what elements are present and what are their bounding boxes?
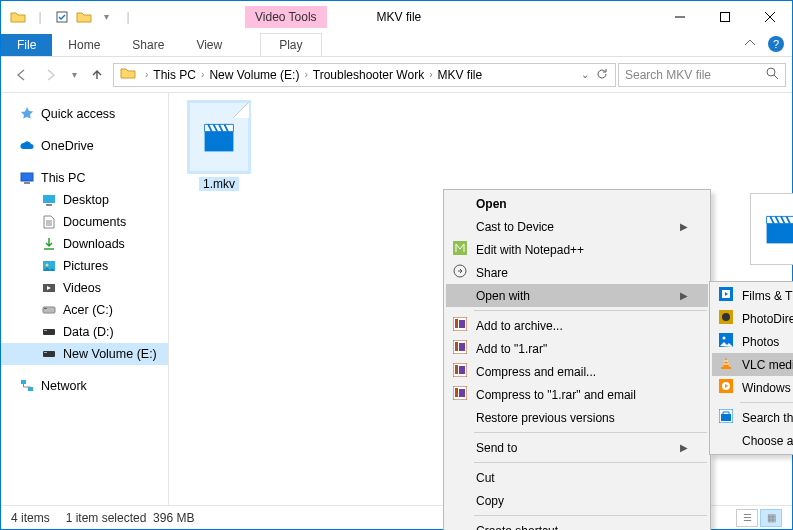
npp-icon	[451, 241, 469, 258]
context-menu-item-create-shortcut[interactable]: Create shortcut	[446, 519, 708, 530]
nav-item-documents[interactable]: Documents	[1, 211, 168, 233]
chevron-right-icon[interactable]: ›	[429, 69, 432, 80]
ribbon-expand-icon[interactable]	[736, 33, 764, 56]
context-menu-item-copy[interactable]: Copy	[446, 489, 708, 512]
qat-folder-icon[interactable]	[73, 6, 95, 28]
store-icon	[717, 409, 735, 426]
context-menu-item-compress-to-1-rar-and-email[interactable]: Compress to "1.rar" and email	[446, 383, 708, 406]
crumb-folder2[interactable]: MKV file	[437, 68, 482, 82]
search-placeholder: Search MKV file	[625, 68, 711, 82]
context-menu-item-cut[interactable]: Cut	[446, 466, 708, 489]
chevron-right-icon[interactable]: ›	[201, 69, 204, 80]
nav-item-videos[interactable]: Videos	[1, 277, 168, 299]
context-menu-item-add-to-archive-[interactable]: Add to archive...	[446, 314, 708, 337]
svg-rect-18	[43, 351, 55, 357]
search-icon[interactable]	[765, 66, 779, 83]
nav-item-label: Pictures	[63, 259, 108, 273]
history-dropdown-icon[interactable]: ⌄	[581, 69, 589, 80]
menu-item-label: Windows Media Player	[742, 381, 793, 395]
context-menu-item-open-with[interactable]: Open with▶	[446, 284, 708, 307]
nav-quick-access[interactable]: Quick access	[1, 103, 168, 125]
forward-button[interactable]	[37, 61, 65, 89]
pc-icon	[19, 170, 35, 186]
nav-item-new-volume-e-[interactable]: New Volume (E:)	[1, 343, 168, 365]
window-controls	[657, 1, 792, 32]
nav-item-icon	[41, 324, 57, 340]
close-button[interactable]	[747, 1, 792, 32]
back-button[interactable]	[7, 61, 35, 89]
svg-rect-19	[44, 352, 47, 353]
context-menu-item-restore-previous-versions[interactable]: Restore previous versions	[446, 406, 708, 429]
rar-icon	[451, 386, 469, 403]
nav-item-pictures[interactable]: Pictures	[1, 255, 168, 277]
nav-thispc[interactable]: This PC	[1, 167, 168, 189]
wmp-icon	[717, 379, 735, 396]
nav-item-label: New Volume (E:)	[63, 347, 157, 361]
menu-item-label: Open with	[476, 289, 530, 303]
content-area[interactable]: 1.mkv OpenCast to Device▶Edit with Notep…	[169, 93, 792, 505]
qat-check-icon[interactable]	[51, 6, 73, 28]
help-icon[interactable]: ?	[768, 36, 784, 52]
tab-play[interactable]: Play	[260, 33, 321, 56]
nav-item-downloads[interactable]: Downloads	[1, 233, 168, 255]
file-item[interactable]: 1.mkv	[177, 101, 261, 191]
tab-home[interactable]: Home	[52, 34, 116, 56]
svg-line-6	[774, 75, 778, 79]
openwith-item-vlc-media-player[interactable]: VLC media player	[712, 353, 793, 376]
openwith-item-windows-media-player[interactable]: Windows Media Player	[712, 376, 793, 399]
recent-button[interactable]: ▾	[67, 61, 81, 89]
nav-network[interactable]: Network	[1, 375, 168, 397]
context-menu-item-share[interactable]: Share	[446, 261, 708, 284]
refresh-icon[interactable]	[595, 67, 609, 83]
menu-item-label: Open	[476, 197, 507, 211]
chevron-right-icon[interactable]: ›	[145, 69, 148, 80]
context-menu-item-edit-with-notepad-[interactable]: Edit with Notepad++	[446, 238, 708, 261]
minimize-button[interactable]	[657, 1, 702, 32]
context-menu-item-compress-and-email-[interactable]: Compress and email...	[446, 360, 708, 383]
openwith-item-search-the-store[interactable]: Search the Store	[712, 406, 793, 429]
up-button[interactable]	[83, 61, 111, 89]
svg-rect-14	[43, 307, 55, 313]
tab-file[interactable]: File	[1, 34, 52, 56]
nav-item-desktop[interactable]: Desktop	[1, 189, 168, 211]
qat-overflow-icon[interactable]: ▾	[95, 6, 117, 28]
context-menu-item-open[interactable]: Open	[446, 192, 708, 215]
chevron-right-icon[interactable]: ›	[304, 69, 307, 80]
context-menu-item-cast-to-device[interactable]: Cast to Device▶	[446, 215, 708, 238]
file-item[interactable]	[739, 193, 793, 269]
nav-item-data-d-[interactable]: Data (D:)	[1, 321, 168, 343]
body: Quick access OneDrive This PC DesktopDoc…	[1, 93, 792, 505]
address-bar: ▾ › This PC › New Volume (E:) › Troubles…	[1, 57, 792, 93]
nav-onedrive[interactable]: OneDrive	[1, 135, 168, 157]
context-menu: OpenCast to Device▶Edit with Notepad++Sh…	[443, 189, 711, 530]
context-menu-item-send-to[interactable]: Send to▶	[446, 436, 708, 459]
icons-view-button[interactable]: ▦	[760, 509, 782, 527]
menu-item-label: Films & TV	[742, 289, 793, 303]
crumb-drive[interactable]: New Volume (E:)	[209, 68, 299, 82]
tab-view[interactable]: View	[180, 34, 238, 56]
tab-share[interactable]: Share	[116, 34, 180, 56]
openwith-item-photos[interactable]: Photos	[712, 330, 793, 353]
file-name: 1.mkv	[199, 177, 239, 191]
openwith-item-choose-another-app[interactable]: Choose another app	[712, 429, 793, 452]
crumb-folder1[interactable]: Troubleshooter Work	[313, 68, 424, 82]
svg-point-12	[46, 264, 49, 267]
qat-separator-icon: |	[29, 6, 51, 28]
context-menu-item-add-to-1-rar-[interactable]: Add to "1.rar"	[446, 337, 708, 360]
nav-item-acer-c-[interactable]: Acer (C:)	[1, 299, 168, 321]
chevron-right-icon: ▶	[650, 221, 688, 232]
search-input[interactable]: Search MKV file	[618, 63, 786, 87]
details-view-button[interactable]: ☰	[736, 509, 758, 527]
breadcrumb[interactable]: › This PC › New Volume (E:) › Troublesho…	[113, 63, 616, 87]
maximize-button[interactable]	[702, 1, 747, 32]
svg-rect-2	[720, 12, 729, 21]
openwith-item-photodirector-for-acer[interactable]: PhotoDirector for acer	[712, 307, 793, 330]
file-thumbnail	[188, 101, 250, 173]
nav-item-label: Videos	[63, 281, 101, 295]
video-clapper-icon	[763, 206, 793, 252]
nav-item-icon	[41, 192, 57, 208]
crumb-thispc[interactable]: This PC	[153, 68, 196, 82]
openwith-item-films-tv[interactable]: Films & TV	[712, 284, 793, 307]
title-bar: | ▾ | Video Tools MKV file	[1, 1, 792, 32]
svg-rect-20	[21, 380, 26, 384]
